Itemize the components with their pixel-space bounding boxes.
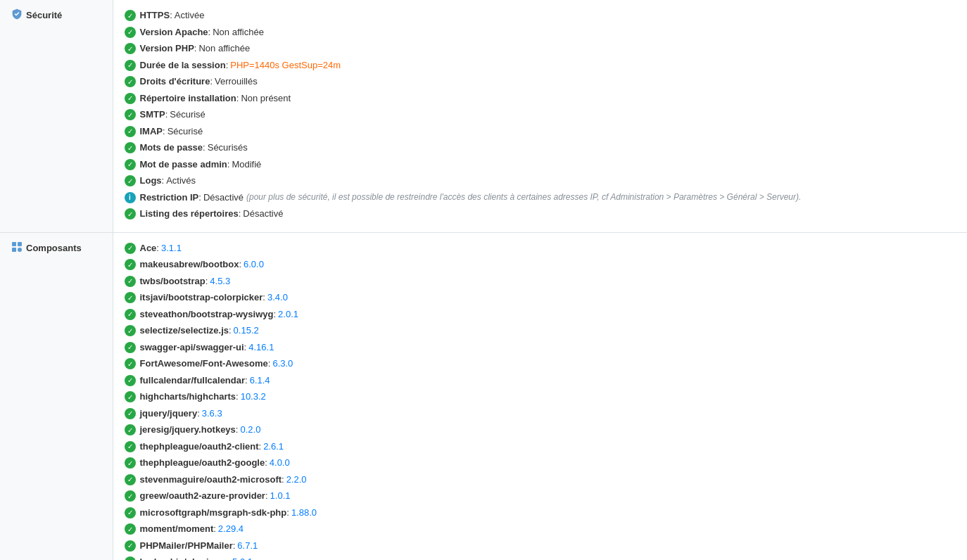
- item-value: 6.3.0: [272, 357, 293, 371]
- list-item: ✓moment/moment : 2.29.4: [125, 522, 956, 536]
- item-label: swagger-api/swagger-ui: [140, 341, 244, 355]
- item-value: Sécurisé: [170, 108, 206, 122]
- list-item: ✓Répertoire installation : Non présent: [125, 91, 956, 106]
- item-label: FortAwesome/Font-Awesome: [140, 357, 268, 371]
- item-value: 4.16.1: [248, 341, 274, 355]
- check-circle-icon: ✓: [125, 309, 136, 320]
- item-label: twbs/bootstrap: [140, 274, 206, 288]
- item-separator: :: [203, 141, 206, 155]
- check-circle-icon: ✓: [125, 292, 136, 303]
- item-separator: :: [268, 357, 271, 371]
- item-label: itsjavi/bootstrap-colorpicker: [140, 291, 263, 305]
- list-item: ✓HTTPS : Activée: [125, 8, 956, 23]
- item-separator: :: [265, 489, 268, 503]
- item-label: selectize/selectize.js: [140, 324, 229, 338]
- list-item: ✓Mots de passe : Sécurisés: [125, 141, 956, 155]
- item-separator: :: [236, 423, 239, 437]
- item-separator: :: [208, 25, 211, 39]
- list-item: ✓FortAwesome/Font-Awesome : 6.3.0: [125, 357, 956, 371]
- item-separator: :: [239, 257, 241, 272]
- list-item: ✓Durée de la session : PHP=1440s GestSup…: [125, 58, 956, 72]
- item-value: 2.29.4: [218, 522, 244, 536]
- item-separator: :: [156, 241, 159, 255]
- item-value: 10.3.2: [241, 390, 266, 404]
- check-circle-icon: ✓: [125, 358, 136, 369]
- check-circle-icon: ✓: [125, 259, 136, 270]
- item-value: 6.1.4: [250, 374, 270, 388]
- item-value: 6.0.0: [244, 257, 264, 272]
- item-value: Désactivé: [243, 207, 283, 221]
- item-separator: :: [245, 374, 248, 388]
- item-label: IMAP: [140, 125, 163, 139]
- item-label: Mots de passe: [140, 141, 203, 155]
- check-circle-icon: ✓: [125, 142, 136, 153]
- item-value: 3.1.1: [161, 241, 182, 255]
- item-value: Désactivé: [203, 191, 244, 205]
- list-item: ✓fullcalendar/fullcalendar : 6.1.4: [125, 374, 956, 388]
- item-value: Activés: [166, 174, 196, 188]
- check-circle-icon: ✓: [125, 342, 136, 353]
- item-separator: :: [273, 307, 276, 322]
- item-label: thephpleague/oauth2-client: [140, 440, 259, 454]
- item-label: PHPMailer/PHPMailer: [140, 539, 233, 553]
- section-label-text-composants: Composants: [26, 243, 82, 253]
- list-item: ✓Version PHP : Non affichée: [125, 42, 956, 56]
- item-value: Sécurisés: [208, 141, 248, 155]
- svg-rect-1: [18, 242, 22, 246]
- item-label: highcharts/highcharts: [140, 390, 236, 404]
- item-label: Mot de passe admin: [140, 158, 227, 172]
- item-label: Ace: [140, 241, 157, 255]
- item-label: HTTPS: [140, 8, 170, 23]
- check-circle-icon: ✓: [125, 391, 136, 402]
- item-value: 0.2.0: [240, 423, 260, 437]
- list-item: ✓itsjavi/bootstrap-colorpicker : 3.4.0: [125, 291, 956, 305]
- list-item: ✓Droits d'écriture : Verrouillés: [125, 75, 956, 89]
- check-circle-icon: ✓: [125, 523, 136, 535]
- item-separator: :: [206, 274, 208, 288]
- list-item: ✓highcharts/highcharts : 10.3.2: [125, 390, 956, 404]
- page-container: Sécurité✓HTTPS : Activée✓Version Apache …: [0, 0, 967, 560]
- svg-point-3: [18, 248, 22, 252]
- list-item: ✓greew/oauth2-azure-provider : 1.0.1: [125, 489, 956, 503]
- section-content-cell-composants: ✓Ace : 3.1.1✓makeusabrew/bootbox : 6.0.0…: [113, 232, 967, 560]
- list-item: ✓twbs/bootstrap : 4.5.3: [125, 274, 956, 288]
- item-label: Droits d'écriture: [140, 75, 210, 89]
- item-value: 0.15.2: [234, 324, 259, 338]
- list-item: ✓Version Apache : Non affichée: [125, 25, 956, 39]
- item-value: 4.0.0: [270, 456, 290, 470]
- item-separator: :: [233, 539, 236, 553]
- item-separator: :: [263, 291, 265, 305]
- check-circle-icon: ✓: [125, 243, 136, 254]
- item-label: barbushin/php-imap: [140, 555, 228, 560]
- list-item: ✓barbushin/php-imap : 5.0.1: [125, 555, 956, 560]
- item-value: 2.2.0: [286, 473, 307, 487]
- item-separator: :: [227, 555, 230, 560]
- svg-rect-2: [12, 248, 16, 252]
- list-item: ✓jquery/jquery : 3.6.3: [125, 407, 956, 421]
- list-item: ✓swagger-api/swagger-ui : 4.16.1: [125, 341, 956, 355]
- item-value: 1.0.1: [270, 489, 291, 503]
- item-label: Restriction IP: [140, 191, 199, 205]
- item-separator: :: [282, 473, 284, 487]
- item-label: jeresig/jquery.hotkeys: [140, 423, 236, 437]
- list-item: ✓SMTP : Sécurisé: [125, 108, 956, 122]
- item-value: 5.0.1: [232, 555, 253, 560]
- item-separator: :: [213, 522, 216, 536]
- item-separator: :: [198, 191, 201, 205]
- check-circle-icon: ✓: [125, 175, 136, 186]
- item-label: makeusabrew/bootbox: [140, 257, 239, 272]
- item-value: Modifié: [232, 158, 261, 172]
- section-label-text-securite: Sécurité: [26, 10, 62, 20]
- item-value: Non affichée: [198, 42, 250, 56]
- item-value: 2.0.1: [278, 307, 298, 322]
- list-item: ✓Listing des répertoires : Désactivé: [125, 207, 956, 221]
- item-label: microsoftgraph/msgraph-sdk-php: [140, 506, 287, 520]
- check-circle-icon: ✓: [125, 93, 136, 104]
- item-separator: :: [227, 158, 230, 172]
- check-circle-icon: ✓: [125, 375, 136, 386]
- check-circle-icon: ✓: [125, 325, 136, 336]
- item-label: thephpleague/oauth2-google: [140, 456, 265, 470]
- item-value: Verrouillés: [215, 75, 258, 89]
- item-value: 3.4.0: [267, 291, 288, 305]
- item-separator: :: [197, 407, 200, 421]
